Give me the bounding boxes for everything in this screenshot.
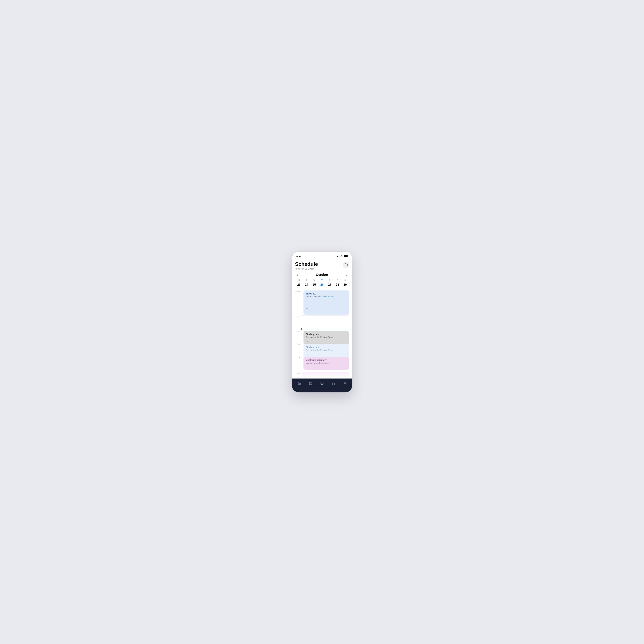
status-time: 9:41	[296, 255, 301, 258]
calendar-icon	[320, 381, 324, 385]
event-title: Study group	[306, 333, 347, 336]
event-study-group-1[interactable]: Study group Preparation for Biology Exam…	[303, 331, 349, 345]
event-subtitle: Obect Oriented Development	[306, 295, 347, 298]
day-letter-sun: S	[341, 279, 349, 281]
event-meet-secretary[interactable]: Meet with secretary Course Form Submissi…	[303, 357, 349, 370]
svg-rect-3	[322, 384, 322, 384]
event-seng302[interactable]: SENG 302 Obect Oriented Development 2h	[303, 290, 349, 315]
event-subtitle: Preparation for Biology Exam	[306, 349, 347, 351]
current-time-indicator	[302, 328, 349, 330]
time-label-2pm: 2PM	[294, 356, 302, 372]
svg-rect-2	[321, 382, 323, 384]
home-icon	[297, 381, 301, 385]
calendar-add-icon	[345, 263, 348, 266]
time-label-11am: 11AM	[294, 315, 302, 328]
event-subtitle: Course Form Submission	[306, 362, 347, 364]
battery-icon	[344, 255, 348, 257]
svg-rect-4	[332, 382, 333, 383]
home-bar	[312, 390, 332, 390]
current-time-dot	[301, 328, 302, 330]
event-title: Meet with secretary	[306, 359, 347, 361]
profile-icon	[343, 381, 347, 385]
week-header: M T W T F S S	[292, 279, 352, 281]
wifi-icon	[340, 255, 343, 258]
event-title: SENG 302	[306, 292, 347, 295]
time-label-10am: 10AM	[294, 290, 302, 315]
time-slot-10am: 10AM SENG 302 Obect Oriented Development…	[294, 290, 349, 315]
event-duration: 1h	[306, 353, 347, 355]
calendar-navigation: October	[292, 272, 352, 279]
signal-bars-icon	[336, 255, 339, 257]
month-label: October	[316, 273, 328, 277]
current-time-line	[302, 329, 349, 329]
nav-calendar[interactable]	[318, 380, 326, 386]
date-29[interactable]: 29	[341, 282, 349, 287]
svg-rect-7	[334, 384, 335, 384]
date-26[interactable]: 26	[318, 282, 326, 287]
next-month-button[interactable]	[345, 273, 349, 277]
grid-icon	[332, 381, 335, 385]
time-slot-12pm: 12PM Study group Preparation for Biology…	[294, 330, 349, 343]
time-slot-11am: 11AM	[294, 315, 349, 328]
event-study-group-2[interactable]: Study group Preparation for Biology Exam…	[303, 344, 349, 357]
day-letter-mon: M	[295, 279, 303, 281]
svg-rect-6	[332, 384, 333, 384]
day-letter-tue: T	[303, 279, 310, 281]
nav-home[interactable]	[295, 380, 303, 386]
home-indicator	[292, 388, 352, 392]
prev-month-button[interactable]	[295, 273, 300, 277]
day-letter-fri: F	[326, 279, 334, 281]
date-27[interactable]: 27	[326, 282, 334, 287]
event-subtitle: Preparation for Biology Exam	[306, 336, 347, 338]
status-icons	[336, 255, 348, 258]
time-label-12pm: 12PM	[294, 330, 302, 343]
time-label-1pm: 1PM	[294, 343, 302, 356]
time-slot-2pm: 2PM Meet with secretary Course Form Subm…	[294, 356, 349, 372]
phone-frame: 9:41 Schedule Thursday, 26 October	[292, 252, 352, 392]
day-letter-thu: T	[318, 279, 326, 281]
time-slot-1pm: 1PM Study group Preparation for Biology …	[294, 343, 349, 356]
header-subtitle: Thursday, 26 October	[295, 268, 318, 270]
header: Schedule Thursday, 26 October	[292, 259, 352, 272]
event-duration: 2h	[306, 308, 347, 310]
time-label-3pm: 3PM	[294, 372, 302, 379]
day-letter-sat: S	[334, 279, 341, 281]
date-23[interactable]: 23	[295, 282, 303, 287]
schedule-area: 10AM SENG 302 Obect Oriented Development…	[292, 290, 352, 379]
nav-grid[interactable]	[330, 380, 337, 386]
week-dates: 23 24 25 26 27 28 29	[292, 282, 352, 287]
status-bar: 9:41	[292, 252, 352, 259]
notes-icon	[309, 381, 312, 385]
bottom-navigation	[292, 379, 352, 388]
nav-profile[interactable]	[341, 380, 349, 386]
time-slot-3pm: 3PM	[294, 372, 349, 379]
date-28[interactable]: 28	[334, 282, 341, 287]
add-event-button[interactable]	[343, 262, 349, 268]
svg-point-8	[344, 382, 346, 383]
date-24[interactable]: 24	[303, 282, 310, 287]
event-duration: 1h	[306, 340, 347, 343]
svg-rect-5	[334, 382, 335, 383]
date-25[interactable]: 25	[310, 282, 318, 287]
nav-notes[interactable]	[307, 380, 314, 386]
page-title: Schedule	[295, 261, 318, 267]
day-letter-wed: W	[310, 279, 318, 281]
event-title: Study group	[306, 346, 347, 348]
